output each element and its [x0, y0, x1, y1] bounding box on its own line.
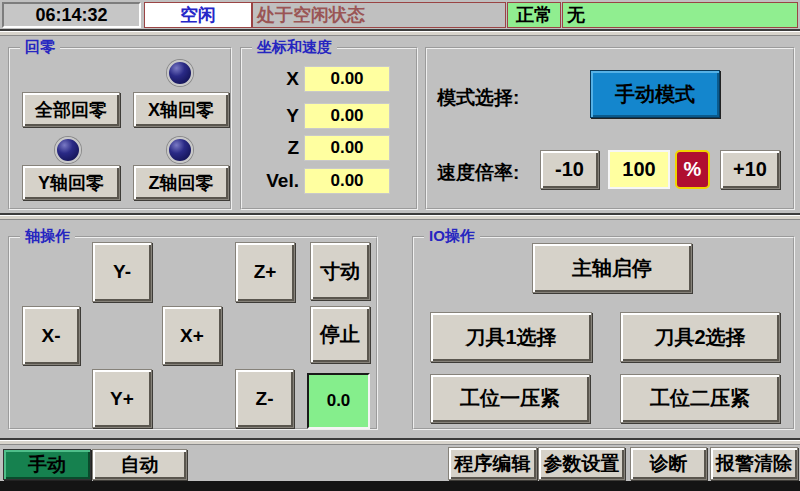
- y-home-led-indicator: [55, 137, 81, 163]
- auto-mode-tab[interactable]: 自动: [92, 449, 187, 480]
- y-coord-label: Y: [242, 103, 299, 129]
- jog-x-plus-button[interactable]: X+: [162, 306, 222, 365]
- alarm-status-display: 正常: [507, 2, 561, 28]
- x-home-led-indicator: [167, 60, 193, 86]
- manual-mode-button[interactable]: 手动模式: [590, 70, 720, 118]
- z-coord-label: Z: [242, 135, 299, 161]
- z-home-led-indicator: [167, 137, 193, 163]
- jog-y-plus-button[interactable]: Y+: [92, 369, 152, 428]
- velocity-value: 0.00: [304, 168, 390, 194]
- jog-y-minus-button[interactable]: Y-: [92, 242, 152, 302]
- axis-panel-title: 轴操作: [20, 227, 75, 245]
- program-edit-button[interactable]: 程序编辑: [448, 447, 537, 480]
- override-increase-button[interactable]: +10: [720, 150, 780, 189]
- homing-panel-title: 回零: [20, 38, 60, 56]
- speed-override-label: 速度倍率:: [437, 160, 519, 186]
- x-coord-label: X: [242, 66, 299, 92]
- coord-row-velocity: Vel. 0.00: [242, 168, 416, 194]
- mode-override-panel: 模式选择: 手动模式 速度倍率: -10 100 % +10: [425, 47, 795, 210]
- homing-panel: 回零 全部回零 X轴回零 Y轴回零 Z轴回零: [8, 47, 232, 210]
- velocity-label: Vel.: [242, 168, 299, 194]
- override-decrease-button[interactable]: -10: [540, 150, 599, 189]
- coord-row-z: Z 0.00: [242, 135, 416, 161]
- tool1-select-button[interactable]: 刀具1选择: [430, 312, 592, 362]
- alarm-clear-button[interactable]: 报警清除: [710, 447, 798, 480]
- home-all-button[interactable]: 全部回零: [22, 92, 120, 127]
- parameter-settings-button[interactable]: 参数设置: [538, 447, 625, 480]
- coords-panel-title: 坐标和速度: [252, 38, 337, 56]
- io-operation-panel: IO操作 主轴启停 刀具1选择 刀具2选择 工位一压紧 工位二压紧: [412, 236, 795, 430]
- coords-speed-panel: 坐标和速度 X 0.00 Y 0.00 Z 0.00 Vel. 0.00: [240, 47, 418, 210]
- z-coord-value: 0.00: [304, 135, 390, 161]
- jog-x-minus-button[interactable]: X-: [22, 306, 80, 365]
- jog-z-minus-button[interactable]: Z-: [235, 369, 294, 428]
- tool2-select-button[interactable]: 刀具2选择: [620, 312, 780, 362]
- machine-state-display: 空闲: [144, 2, 252, 28]
- coord-row-y: Y 0.00: [242, 103, 416, 129]
- alarm-message-display: 无: [562, 2, 798, 28]
- step-value-display: 0.0: [307, 373, 370, 429]
- home-z-axis-button[interactable]: Z轴回零: [133, 165, 229, 200]
- override-value-display: 100: [608, 150, 670, 189]
- manual-mode-tab[interactable]: 手动: [3, 449, 91, 480]
- bottom-divider: [0, 438, 800, 445]
- state-detail-display: 处于空闲状态: [252, 2, 506, 28]
- x-coord-value: 0.00: [304, 66, 390, 92]
- mid-divider: [0, 213, 800, 220]
- home-x-axis-button[interactable]: X轴回零: [133, 92, 229, 127]
- mode-select-label: 模式选择:: [437, 85, 519, 111]
- io-panel-title: IO操作: [424, 227, 480, 245]
- y-coord-value: 0.00: [304, 103, 390, 129]
- clock-display: 06:14:32: [2, 2, 141, 28]
- station1-clamp-button[interactable]: 工位一压紧: [430, 374, 590, 423]
- jog-z-plus-button[interactable]: Z+: [235, 242, 295, 302]
- bottom-black-strip: [0, 481, 800, 491]
- stop-button[interactable]: 停止: [310, 306, 370, 363]
- inch-jog-mode-button[interactable]: 寸动: [310, 242, 370, 300]
- diagnosis-button[interactable]: 诊断: [630, 447, 707, 480]
- override-percent-badge: %: [675, 150, 710, 189]
- top-divider: [0, 29, 800, 36]
- axis-operation-panel: 轴操作 Y- Z+ 寸动 X- X+ 停止 Y+ Z- 0.0: [8, 236, 378, 430]
- home-y-axis-button[interactable]: Y轴回零: [22, 165, 120, 200]
- station2-clamp-button[interactable]: 工位二压紧: [620, 374, 780, 423]
- spindle-start-stop-button[interactable]: 主轴启停: [532, 243, 692, 293]
- coord-row-x: X 0.00: [242, 66, 416, 92]
